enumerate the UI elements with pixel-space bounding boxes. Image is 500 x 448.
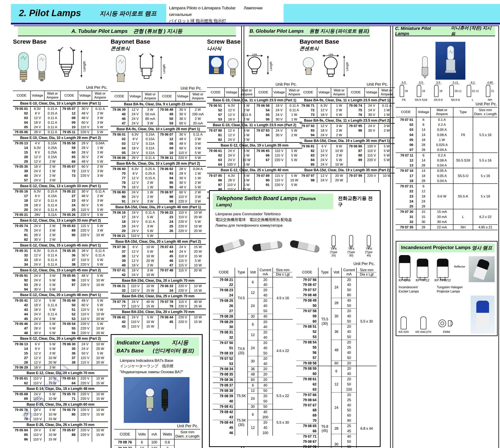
voltage-cell: 220 V (78, 412, 92, 417)
kp-b46-lamp-icon (399, 255, 410, 278)
code-cell: 20 (111, 229, 128, 234)
voltage-cell: 115 V (78, 224, 92, 228)
code-cell: 94 (13, 287, 31, 292)
voltage-cell: 12 V (128, 107, 142, 112)
voltage-cell: 14 (416, 127, 431, 132)
table-row: 79 05 7424 V2 W79 05 83115 V5 W (13, 224, 108, 228)
current-cell: 40 (342, 350, 357, 355)
table-row: 79 05 9124 V3 W79 05 9548 V5 W (13, 273, 108, 278)
code-cell: 20 (13, 208, 31, 212)
table-row: 79 06 136 V5 W79 06 3024 V10 W (13, 342, 108, 347)
voltage-cell: 115 V (272, 153, 286, 158)
watts-cell: 0.6 (160, 439, 174, 445)
table-row: 7212 V2 W7524 V1 W (299, 108, 395, 113)
code-cell: 32 (13, 253, 31, 258)
voltage-cell: 100 V (365, 144, 379, 149)
code-cell: 79 07 30 (396, 209, 416, 214)
emm-lamp-icon (438, 319, 455, 329)
watt-cell: 5 W (92, 224, 108, 228)
code-cell: 44 (13, 312, 31, 317)
code-cell: 39 (111, 258, 128, 263)
code-cell: 69 (13, 397, 31, 402)
watt-cell: 15 W (190, 244, 206, 250)
watt-cell: 2 W (44, 233, 61, 238)
code-cell: 79 08 34 (213, 367, 235, 372)
watt-cell: 20 W (331, 178, 347, 183)
table-row: 79 07 856.3V3 W79 07 89115 V5 W (207, 173, 302, 178)
table-row: 2712 V10 W37115 V10 W (13, 356, 108, 360)
watt-cell: 0.25A (44, 146, 61, 150)
watt-cell: 2 W (142, 195, 158, 199)
group-title: Base E-12, Clear, Dia, 20 x Length 48 mm… (13, 292, 108, 298)
mini-lamp-diagram: 5.516F6 (396, 81, 411, 101)
code-cell: 79 06 65 (255, 148, 272, 153)
voltage-cell: 12 (416, 189, 431, 194)
watt-cell: 0.11 A (44, 120, 61, 125)
watt-cell: 5 W (190, 156, 206, 161)
voltage-cell: 48 V (78, 160, 92, 164)
voltage-cell: 12 V (224, 108, 238, 113)
volt-cell: 6 (248, 319, 258, 330)
code-cell: 78 (111, 181, 128, 185)
voltage-cell: 110 V (78, 258, 92, 262)
title-es: Lámpara Piloto o Lámapara Tubular (169, 6, 236, 10)
watt-cell: 3 W (44, 178, 61, 183)
code-cell: 69 (296, 413, 318, 418)
watt-cell: 10 W (92, 233, 108, 238)
code-cell: 79 05 21 (13, 212, 31, 218)
code-cell: 79 06 01 (111, 132, 128, 137)
group-title-row: Base E-10, Clear, Dia. 11 x Length 23.5 … (207, 122, 302, 128)
code-cell: 66 (61, 160, 78, 164)
watt-cell: 80 mA (142, 117, 158, 121)
watt-cell: 0.11 A (142, 220, 158, 224)
multilang-box: Lámpara Piloto o Lámapara TubularЛампочк… (166, 3, 284, 23)
watt-cell: 5 W (92, 307, 108, 312)
watt-cell: 10 W (379, 173, 395, 178)
code-cell: 91 (255, 183, 272, 187)
watt-cell: 3 W (92, 198, 108, 203)
mini-length-label: 18 ±1 (455, 89, 462, 93)
current-cell: 20 (342, 361, 357, 366)
code-cell: 90 (111, 195, 128, 199)
code-cell: 02 (13, 111, 31, 116)
watt-cell: 10 W (44, 432, 61, 437)
current-cell: 20 (258, 340, 273, 346)
code-cell: 79 07 66 (296, 392, 318, 398)
code-cell: 23 (396, 194, 416, 199)
voltage-cell: 6.3V (224, 173, 238, 178)
code-cell: 79 06 06 (111, 156, 128, 161)
code-cell: 79 07 67 (296, 403, 318, 408)
code-cell: 79 05 26 (61, 212, 78, 218)
watt-cell: 10 W (142, 254, 158, 258)
watt-cell: 5 W (44, 278, 61, 283)
voltage-cell: 110 V (31, 432, 44, 437)
watt-cell: 0.11 A (44, 253, 61, 258)
watt-cell: 5 W (331, 113, 347, 118)
indicator-photo (124, 377, 189, 423)
code-cell: 79 07 89 (255, 173, 272, 178)
watt-cell: 20 W (331, 173, 347, 178)
column-header: Volt (331, 268, 342, 277)
voltage-cell: 28 (416, 204, 431, 209)
column-header: CODE (158, 92, 176, 101)
table-row: 79 07 352822 mANH4.85 x 21 (396, 224, 498, 230)
watt-cell (190, 234, 206, 239)
a-bayonet-unit-label: Unit Per Pc. (111, 86, 202, 91)
voltage-cell: 12 V (31, 253, 44, 258)
table-row: 8212 V10 W87110 V5 W (299, 148, 395, 153)
size-cell: 4.5 x 16 (273, 277, 293, 319)
watt-cell: 10 W (92, 376, 108, 381)
code-cell: 56 (296, 350, 318, 355)
voltage-cell: 24 V (31, 278, 44, 283)
watt-cell: 10 W (92, 312, 108, 317)
code-cell: 99 (158, 199, 176, 204)
code-cell (61, 437, 78, 442)
mini-bulb-icon (486, 85, 490, 97)
table-row: 79 08 7661000.6T6.8 x 20mm (114, 439, 200, 445)
column-header: Current mA (258, 268, 273, 277)
voltage-cell: 12 V (31, 351, 44, 356)
type-cell: S5.5 S18 (453, 153, 473, 168)
column-header: Voltage (416, 107, 431, 117)
code-cell: 57 (13, 178, 31, 183)
table-row: 9424 V2 W (299, 133, 395, 138)
